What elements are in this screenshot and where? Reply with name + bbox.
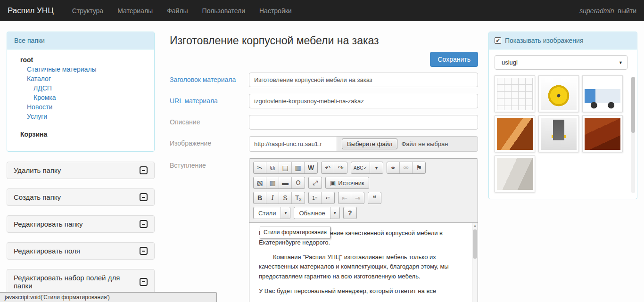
collapse-icon[interactable] (140, 193, 148, 201)
anchor-icon[interactable]: ⚑ (413, 162, 425, 173)
remove-format-icon[interactable]: Tₓ (292, 192, 305, 204)
blockquote-group: ❝ (368, 192, 381, 204)
current-user-label: superadmin (579, 7, 614, 15)
nav-item-settings[interactable]: Настройки (252, 7, 299, 15)
thumbnail-worker-hands[interactable] (495, 155, 535, 192)
thumbnail-furniture-assembly-diagram[interactable] (495, 75, 535, 112)
images-panel-header[interactable]: ✔ Показывать изображения (489, 32, 637, 49)
redo-icon[interactable]: ↷ (334, 162, 347, 173)
collapse-icon[interactable] (140, 220, 148, 228)
form-row-image: Изображение Выберите файл Файл не выбран (170, 136, 478, 152)
copy-icon[interactable]: ⧉ (266, 162, 279, 173)
scrollbar-thumb[interactable] (473, 229, 477, 259)
thumbnail-image (541, 78, 577, 110)
source-button[interactable]: ▣ Источник (326, 177, 369, 188)
folder-news[interactable]: Новости (20, 102, 147, 112)
about-editor-icon[interactable]: ? (344, 207, 356, 219)
panel-edit-fieldset[interactable]: Редактировать набор полей для папки (7, 269, 155, 294)
selected-folder-label: uslugi (502, 59, 518, 66)
paste-icon[interactable]: ▤ (279, 162, 292, 173)
undo-icon[interactable]: ↶ (322, 162, 334, 173)
link-group: ⚭ ⚮ ⚑ (387, 162, 426, 174)
paste-plain-text-icon[interactable]: ▥ (292, 162, 305, 173)
url-input[interactable] (249, 94, 478, 108)
images-scrollbar[interactable] (631, 77, 635, 193)
thumbnail-image (585, 78, 620, 110)
paragraph-format-dropdown[interactable]: Обычное ▾ (294, 207, 339, 219)
panel-delete-folder[interactable]: Удалить папку (7, 162, 155, 179)
editor-scrollbar[interactable]: ▲ ▼ (472, 223, 478, 302)
save-button[interactable]: Сохранить (430, 52, 478, 67)
folder-trash[interactable]: Корзина (20, 130, 147, 139)
material-form: Изготовление корпусной мебели на заказ С… (163, 32, 478, 302)
show-images-label: Показывать изображения (505, 37, 584, 44)
thumbnail-wood-corner-joints[interactable] (495, 115, 535, 152)
save-row: Сохранить (170, 52, 478, 67)
folder-catalog[interactable]: Каталог (20, 74, 147, 83)
spellcheck-icon[interactable]: ABC✓ (351, 162, 370, 173)
thumbnail-image (541, 118, 577, 150)
indent-icon[interactable]: ⇥ (351, 192, 364, 204)
brand-link[interactable]: Распил УНЦ (8, 6, 54, 16)
status-bar: javascript:void('Стили форматирования') (0, 292, 217, 302)
paste-from-word-icon[interactable]: W (305, 162, 317, 173)
panel-label: Удалить папку (14, 166, 61, 174)
panel-label: Редактировать папку (14, 220, 83, 228)
blockquote-icon[interactable]: ❝ (368, 192, 381, 204)
show-images-checkbox[interactable]: ✔ (495, 37, 501, 44)
folder-ldsp[interactable]: ЛДСП (20, 83, 147, 93)
maximize-icon[interactable]: ⤢ (309, 177, 322, 188)
nav-item-materials[interactable]: Материалы (110, 7, 160, 15)
folder-static-materials[interactable]: Статичные материалы (20, 65, 147, 74)
folder-root[interactable]: root (20, 55, 147, 65)
nav-item-files[interactable]: Файлы (160, 7, 195, 15)
styles-dropdown[interactable]: Стили ▾ (253, 207, 290, 219)
title-input[interactable] (249, 73, 478, 87)
link-icon[interactable]: ⚭ (387, 162, 400, 173)
nav-item-users[interactable]: Пользователи (195, 7, 252, 15)
horizontal-rule-icon[interactable]: ▬ (279, 177, 292, 188)
description-input[interactable] (249, 115, 478, 130)
cut-icon[interactable]: ✂ (254, 162, 266, 173)
url-field-label: URL материала (170, 94, 249, 108)
thumbnail-tape-measure[interactable] (538, 75, 579, 112)
chevron-down-icon: ▾ (281, 207, 290, 219)
collapse-icon[interactable] (140, 278, 148, 286)
choose-file-button[interactable]: Выберите файл (342, 139, 397, 149)
thumbnail-drilling-machine[interactable] (538, 115, 579, 152)
scroll-up-icon[interactable]: ▲ (472, 223, 478, 229)
insert-image-icon[interactable]: ▧ (254, 177, 266, 188)
bulleted-list-icon[interactable]: •≡ (322, 192, 334, 204)
italic-icon[interactable]: I (266, 192, 279, 204)
strikethrough-icon[interactable]: S (279, 192, 292, 204)
logout-link[interactable]: выйти (618, 7, 636, 15)
unlink-icon[interactable]: ⚮ (400, 162, 413, 173)
thumbnail-delivery-truck[interactable] (582, 75, 623, 112)
panel-label: Редактировать набор полей для папки (14, 274, 135, 290)
scrollbar-thumb[interactable] (631, 77, 635, 133)
image-field-label: Изображение (170, 136, 249, 152)
nav-item-structure[interactable]: Структура (65, 7, 110, 15)
navbar-user-area: superadmin выйти (579, 7, 636, 15)
special-char-icon[interactable]: Ω (292, 177, 305, 188)
bold-icon[interactable]: B (254, 192, 266, 204)
panel-create-folder[interactable]: Создать папку (7, 188, 155, 206)
spellcheck-dropdown-arrow-icon[interactable]: ▾ (370, 162, 383, 173)
image-folder-select[interactable]: uslugi ▼ (495, 55, 627, 70)
image-url-input[interactable] (249, 137, 337, 151)
outdent-icon[interactable]: ⇤ (339, 192, 351, 204)
collapse-icon[interactable] (140, 247, 148, 255)
thumbnail-wooden-tabletop-corner[interactable] (582, 115, 623, 152)
collapse-icon[interactable] (140, 166, 148, 174)
folder-kromka[interactable]: Кромка (20, 93, 147, 102)
panel-edit-folder[interactable]: Редактировать папку (7, 215, 155, 233)
insert-group: ▧ ▦ ▬ Ω (253, 177, 305, 189)
insert-table-icon[interactable]: ▦ (266, 177, 279, 188)
panel-edit-fields[interactable]: Редактировать поля (7, 242, 155, 260)
editor-content[interactable]: Стили форматирования Мы предлагаем изгот… (249, 223, 478, 302)
numbered-list-icon[interactable]: 1≡ (309, 192, 322, 204)
about-group: ? (343, 207, 357, 219)
folders-panel-header[interactable]: Все папки (7, 32, 154, 49)
format-dropdown-label: Обычное (294, 207, 330, 219)
folder-services[interactable]: Услуги (20, 112, 147, 121)
